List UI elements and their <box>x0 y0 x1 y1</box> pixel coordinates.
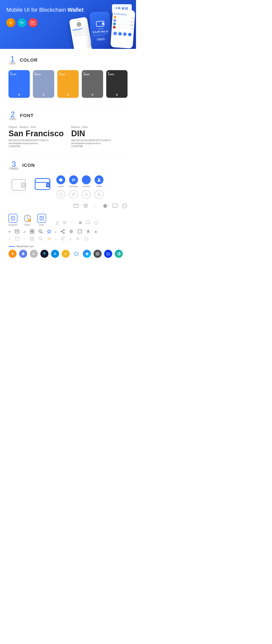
swatch-dark: #303030 <box>106 70 128 98</box>
svg-text:i: i <box>96 222 96 224</box>
svg-rect-60 <box>32 232 34 233</box>
svg-point-65 <box>61 231 62 232</box>
message-icon <box>73 203 78 210</box>
list-icon <box>15 229 19 235</box>
svg-point-30 <box>84 204 88 205</box>
icon-title: ICON <box>22 162 35 168</box>
bitcoin-icon: ₿ <box>8 250 16 258</box>
order-icon-item: Order <box>37 214 46 226</box>
info-small-icon: i <box>94 220 98 226</box>
grid-icon <box>30 229 34 235</box>
swatch-gray: #666666 <box>82 70 103 98</box>
svg-rect-73 <box>30 237 32 238</box>
svg-text:S: S <box>10 22 12 24</box>
sketch-badge: S <box>6 18 15 27</box>
last-coin-icon <box>115 250 123 258</box>
phone-mockup-right: + ··· $ 6,297,502.12 ₿ 788 E 564 W 12-29… <box>110 9 135 49</box>
svg-marker-24 <box>59 193 62 196</box>
section-number-2: 2 TWO <box>8 111 17 120</box>
litecoin-icon: Ł <box>30 250 38 258</box>
exchange-icon-filled: Exchange <box>69 175 78 188</box>
moon-icon <box>93 203 98 210</box>
svg-line-68 <box>62 232 64 233</box>
blockchain-line <box>8 246 15 247</box>
svg-rect-28 <box>74 204 78 208</box>
ps-badge: Ps <box>18 18 26 27</box>
color-swatches: #3574FA #8DA0C8 #F5A623 #666666 #303030 <box>8 70 128 98</box>
svg-point-77 <box>39 237 42 240</box>
font-section-header: 2 TWO FONT <box>8 111 128 120</box>
section-number-3: 3 THREE <box>8 160 19 170</box>
svg-line-41 <box>28 218 29 219</box>
svg-line-83 <box>62 238 64 239</box>
svg-point-49 <box>63 221 66 222</box>
grid-token-icon <box>72 250 80 258</box>
wallet-wireframe <box>8 175 30 196</box>
icon-section-header: 3 THREE ICON <box>8 160 128 170</box>
svg-line-67 <box>62 230 64 232</box>
font-title: FONT <box>20 113 34 118</box>
profile-icon-outline <box>94 190 104 199</box>
svg-point-81 <box>61 238 62 239</box>
plus-icon: + <box>8 230 11 234</box>
maximize-icon <box>77 229 82 235</box>
circle-icon <box>102 203 108 210</box>
wallet-solid-icon <box>34 175 52 193</box>
svg-line-84 <box>62 239 64 240</box>
svg-rect-57 <box>30 230 32 231</box>
dash-icon: D <box>51 250 59 258</box>
svg-rect-70 <box>78 230 82 233</box>
font-din: Medium · Bold DIN ABCDEFGHIJKLMNOPQRSTUV… <box>71 126 128 148</box>
svg-point-66 <box>63 232 64 234</box>
moon-small-icon <box>70 220 75 226</box>
svg-marker-79 <box>47 237 51 240</box>
gray-function-icons: ☰ i <box>56 220 98 226</box>
font-grid: Regular · Medium · Bold San Francisco AB… <box>8 126 128 148</box>
svg-point-26 <box>86 194 87 195</box>
svg-text:i: i <box>124 205 125 207</box>
utility-icons-row-1: + ✓ ‹ <box>8 229 128 235</box>
profile-icon-filled: Profile <box>94 175 104 188</box>
color-title: COLOR <box>20 58 38 63</box>
svg-rect-54 <box>15 230 19 233</box>
back-icon: ‹ <box>55 230 56 234</box>
star-icon-blue <box>47 229 52 235</box>
swatch-blue: #3574FA <box>8 70 30 98</box>
swap-icon <box>86 229 90 235</box>
svg-rect-48 <box>40 216 43 218</box>
svg-rect-17 <box>35 178 50 182</box>
layers-icon <box>83 203 88 210</box>
svg-point-31 <box>103 204 107 208</box>
svg-rect-32 <box>112 204 117 207</box>
content-area: 1 ONE COLOR #3574FA #8DA0C8 #F5A623 #666… <box>0 49 136 264</box>
svg-marker-91 <box>75 252 78 256</box>
svg-line-62 <box>41 232 42 233</box>
svg-marker-20 <box>59 178 62 182</box>
crypto-icons-row: ₿ Ł D Z <box>8 250 128 258</box>
svg-point-23 <box>98 178 100 180</box>
assets-icon-outline <box>56 190 65 199</box>
svg-rect-58 <box>32 230 34 231</box>
color-section-header: 1 ONE COLOR <box>8 55 128 65</box>
svg-text:!: ! <box>29 219 30 222</box>
svg-point-27 <box>98 193 100 195</box>
svg-rect-51 <box>86 221 90 224</box>
svg-rect-76 <box>32 239 34 240</box>
svg-point-82 <box>63 240 64 241</box>
svg-point-19 <box>48 184 49 186</box>
bottom-icon-row: Mangment ! History <box>8 214 128 226</box>
hero-section: Mobile UI for Blockchain Wallet UI Kit S… <box>0 0 136 49</box>
ethereum-icon <box>19 250 27 258</box>
svg-point-80 <box>63 237 64 238</box>
svg-point-50 <box>79 221 82 224</box>
gray-icons-block: i <box>73 203 128 210</box>
svg-point-61 <box>39 230 42 232</box>
matic-icon <box>104 250 112 258</box>
discover-icon-outline <box>82 190 91 199</box>
augur-icon <box>94 250 102 258</box>
search-icon <box>38 229 43 235</box>
utility-icons-row-2: + ✓ ‹ ✕ <box>8 236 128 242</box>
svg-line-94 <box>78 255 78 255</box>
info-icon: i <box>122 203 128 210</box>
blockchain-label: BlockChain Icon <box>8 245 128 248</box>
